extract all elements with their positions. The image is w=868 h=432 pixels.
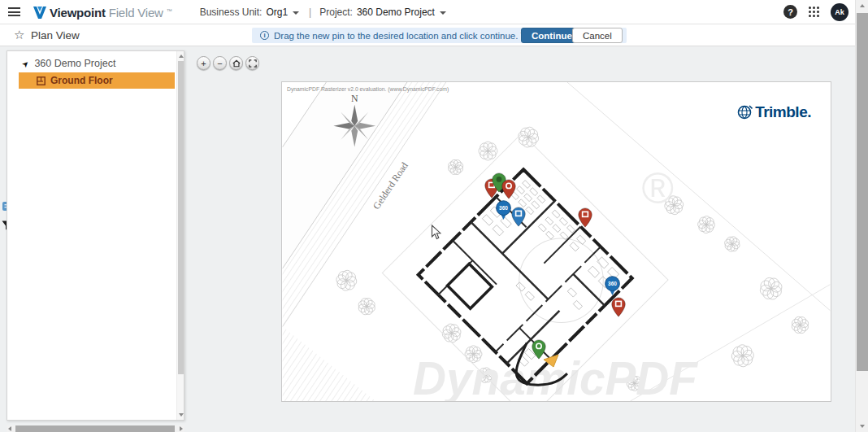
- mouse-cursor: [431, 225, 441, 243]
- map-pin[interactable]: [611, 297, 626, 321]
- floor-plan-icon: [37, 76, 46, 85]
- pin-layer: 360360: [282, 82, 831, 401]
- help-icon[interactable]: ?: [783, 5, 797, 19]
- app-header: Viewpoint Field View ™ Business Unit: Or…: [0, 0, 868, 24]
- plan-view-toolbar: ☆ Plan View i Drag the new pin to the de…: [0, 24, 868, 46]
- map-pin[interactable]: [578, 207, 592, 231]
- project-caret-icon[interactable]: [440, 11, 446, 15]
- project-value[interactable]: 360 Demo Project: [357, 7, 435, 18]
- map-pin[interactable]: [511, 207, 526, 230]
- tree-node-ground-floor[interactable]: Ground Floor: [19, 72, 175, 89]
- business-unit-caret-icon[interactable]: [293, 11, 299, 15]
- map-controls: + −: [197, 56, 259, 70]
- svg-text:360: 360: [499, 205, 508, 211]
- brand-suffix: Field View: [109, 6, 163, 20]
- favorite-star-icon[interactable]: ☆: [14, 28, 24, 42]
- avatar[interactable]: Ak: [831, 3, 848, 21]
- home-icon: [232, 59, 241, 68]
- business-unit-value[interactable]: Org1: [266, 7, 288, 18]
- viewpoint-logo-icon: [33, 7, 46, 19]
- window-scrollbar[interactable]: [855, 0, 868, 432]
- menu-icon[interactable]: [8, 7, 20, 16]
- page-title: Plan View: [31, 29, 80, 41]
- tree-panel-hscrollbar[interactable]: [7, 425, 184, 432]
- project-label: Project:: [319, 7, 353, 18]
- tree-node-project[interactable]: ➤ 360 Demo Project: [22, 58, 115, 69]
- tree-panel-scrollbar[interactable]: [176, 51, 184, 420]
- zoom-out-button[interactable]: −: [213, 56, 227, 70]
- header-divider: |: [309, 7, 311, 18]
- plan-tree-panel: ➤ 360 Demo Project Ground Floor: [7, 50, 184, 421]
- cancel-button[interactable]: Cancel: [572, 28, 623, 43]
- svg-text:360: 360: [608, 281, 617, 286]
- brand-trademark: ™: [167, 8, 172, 14]
- app-grid-icon[interactable]: [808, 6, 820, 18]
- fit-screen-icon: [249, 59, 257, 68]
- tree-node-ground-floor-label: Ground Floor: [50, 75, 113, 86]
- info-icon: i: [260, 31, 269, 40]
- project-arrow-icon: ➤: [20, 58, 31, 69]
- new-pin-arrow[interactable]: [543, 354, 559, 371]
- brand-name: Viewpoint: [50, 6, 106, 20]
- app-logo: Viewpoint Field View ™: [33, 5, 172, 20]
- map-pin[interactable]: [501, 179, 516, 203]
- fit-view-button[interactable]: [245, 56, 259, 70]
- business-unit-label: Business Unit:: [200, 7, 263, 18]
- plan-canvas[interactable]: Gelderd Road N ® DynamicPDF: [281, 81, 831, 402]
- home-view-button[interactable]: [229, 56, 243, 70]
- tree-node-project-label: 360 Demo Project: [34, 58, 115, 69]
- pin-360-bubble[interactable]: 360: [495, 200, 512, 224]
- zoom-in-button[interactable]: +: [197, 56, 210, 70]
- pin-360-bubble[interactable]: 360: [604, 276, 621, 299]
